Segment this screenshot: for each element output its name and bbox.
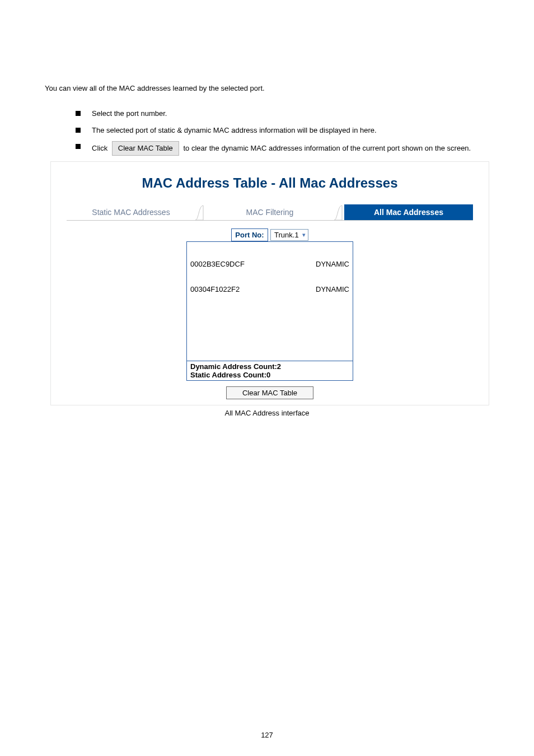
tab-all-mac[interactable]: All Mac Addresses (344, 204, 473, 221)
static-count-value: 0 (266, 371, 270, 379)
tab-mac-filtering[interactable]: MAC Filtering (205, 204, 334, 221)
type-cell: DYNAMIC (316, 285, 349, 293)
panel-title: MAC Address Table - All Mac Addresses (51, 162, 489, 204)
mac-cell: 00304F1022F2 (190, 285, 240, 293)
static-count-row: Static Address Count:0 (190, 371, 349, 379)
bullet-2: The selected port of static & dynamic MA… (92, 125, 489, 136)
port-selector-row: Port No: Trunk.1 ▾ (51, 228, 489, 241)
bullet-3: Click Clear MAC Table to clear the dynam… (92, 141, 489, 156)
static-count-label: Static Address Count: (190, 371, 266, 379)
mac-cell: 0002B3EC9DCF (190, 260, 245, 268)
clear-mac-table-button[interactable]: Clear MAC Table (226, 386, 313, 399)
port-no-select[interactable]: Trunk.1 ▾ (270, 229, 308, 241)
mac-list-box: 0002B3EC9DCF DYNAMIC 00304F1022F2 DYNAMI… (186, 241, 353, 361)
figure-caption: All MAC Address interface (45, 409, 489, 417)
tab-divider-icon (195, 204, 205, 221)
bullet-icon (76, 111, 81, 116)
clear-mac-table-inline-button: Clear MAC Table (112, 141, 179, 156)
page-number: 127 (0, 731, 534, 739)
counts-box: Dynamic Address Count:2 Static Address C… (186, 361, 353, 381)
bullet-3-prefix: Click (92, 144, 107, 152)
tab-divider-icon (334, 204, 344, 221)
port-no-value: Trunk.1 (274, 231, 299, 239)
table-row: 0002B3EC9DCF DYNAMIC (190, 260, 349, 268)
tab-static-mac[interactable]: Static MAC Addresses (67, 204, 195, 221)
bullet-icon (76, 128, 81, 133)
port-no-label: Port No: (231, 228, 268, 241)
dynamic-count-label: Dynamic Address Count: (190, 362, 277, 371)
dynamic-count-row: Dynamic Address Count:2 (190, 362, 349, 371)
instruction-list: Select the port number. The selected por… (45, 108, 489, 156)
chevron-down-icon: ▾ (302, 231, 306, 239)
intro-text: You can view all of the MAC addresses le… (45, 84, 489, 92)
bullet-3-suffix: to clear the dynamic MAC addresses infor… (183, 144, 471, 152)
tab-bar: Static MAC Addresses MAC Filtering All M… (51, 204, 489, 221)
mac-list[interactable]: 0002B3EC9DCF DYNAMIC 00304F1022F2 DYNAMI… (187, 242, 353, 361)
type-cell: DYNAMIC (316, 260, 349, 268)
mac-table-figure: MAC Address Table - All Mac Addresses St… (50, 161, 489, 405)
bullet-icon (76, 144, 81, 149)
table-row: 00304F1022F2 DYNAMIC (190, 285, 349, 293)
bullet-1: Select the port number. (92, 108, 489, 119)
dynamic-count-value: 2 (277, 362, 281, 371)
